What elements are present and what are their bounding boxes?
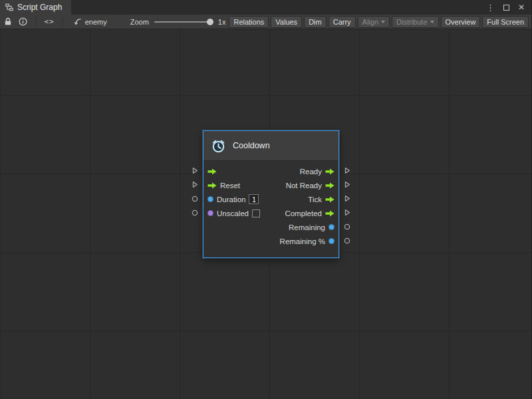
outer-output-ports (343, 164, 351, 247)
remaining-port[interactable] (329, 224, 334, 230)
target-pointer-icon (73, 18, 82, 26)
zoom-slider-handle[interactable] (207, 19, 213, 25)
port-label-not-ready: Not Ready (286, 182, 322, 190)
port-row: Reset Not Ready (207, 178, 334, 192)
zoom-slider[interactable] (154, 18, 213, 26)
outer-unscaled-port[interactable] (191, 205, 199, 219)
tab-label: Script Graph (17, 3, 62, 12)
zoom-slider-track (154, 21, 213, 23)
port-label-remaining: Remaining (289, 223, 325, 231)
align-button: Align (358, 16, 390, 28)
outer-flow-in-port[interactable] (191, 164, 199, 178)
tick-port[interactable] (325, 196, 334, 203)
graph-toolbar: <> enemy Zoom 1x Relations Values Dim Ca… (0, 15, 531, 29)
tab-script-graph[interactable]: Script Graph (0, 0, 71, 15)
target-label: enemy (85, 18, 107, 26)
port-row: Unscaled Completed (207, 206, 334, 220)
carry-button[interactable]: Carry (329, 16, 356, 28)
graph-canvas[interactable]: Cooldown Ready (0, 29, 531, 399)
script-graph-icon (5, 3, 13, 11)
node-header[interactable]: Cooldown (203, 131, 338, 161)
window-titlebar: Script Graph ⋮ ✕ (0, 0, 531, 15)
port-label-duration: Duration (217, 196, 245, 203)
zoom-label: Zoom (130, 18, 149, 26)
window-menu-icon[interactable]: ⋮ (486, 3, 495, 12)
flow-in-port[interactable] (207, 168, 217, 175)
chevron-down-icon (381, 21, 385, 23)
port-row: Remaining % (207, 234, 334, 248)
graph-target[interactable]: enemy (73, 18, 107, 26)
node-body: Ready Reset Not Ready (203, 161, 338, 257)
lock-icon[interactable] (2, 16, 13, 28)
completed-port[interactable] (325, 210, 334, 217)
outer-remaining-port[interactable] (343, 219, 351, 233)
values-button[interactable]: Values (271, 16, 302, 28)
chevron-down-icon (430, 21, 434, 23)
outer-completed-port[interactable] (343, 205, 351, 219)
outer-duration-port[interactable] (191, 192, 199, 205)
port-label-remaining-percent: Remaining % (280, 237, 325, 245)
toolbar-separator (63, 17, 63, 27)
overview-button[interactable]: Overview (441, 16, 481, 28)
close-icon[interactable]: ✕ (518, 3, 525, 11)
unscaled-port[interactable] (207, 210, 213, 216)
port-label-tick: Tick (308, 196, 322, 203)
port-row: Remaining (207, 220, 334, 234)
node-title: Cooldown (233, 141, 270, 150)
duration-input[interactable] (249, 194, 259, 204)
outer-ready-port[interactable] (343, 164, 351, 178)
window-controls: ⋮ ✕ (486, 0, 531, 15)
ready-port[interactable] (325, 168, 334, 175)
port-label-completed: Completed (285, 209, 322, 217)
toolbar-buttons: Relations Values Dim Carry Align Distrib… (229, 16, 529, 28)
code-icon[interactable]: <> (44, 16, 55, 28)
not-ready-port[interactable] (325, 182, 334, 189)
alarm-clock-icon (210, 138, 227, 154)
zoom-group: Zoom 1x (130, 18, 226, 26)
script-graph-window: Script Graph ⋮ ✕ <> (0, 0, 532, 399)
outer-reset-port[interactable] (191, 178, 199, 192)
relations-button[interactable]: Relations (229, 16, 269, 28)
port-row: Duration Tick (207, 192, 334, 206)
outer-empty-slot (191, 233, 199, 247)
outer-not-ready-port[interactable] (343, 178, 351, 192)
distribute-button: Distribute (392, 16, 438, 28)
outer-empty-slot (191, 219, 199, 233)
outer-tick-port[interactable] (343, 192, 351, 205)
reset-port[interactable] (207, 182, 217, 189)
outer-input-ports (191, 164, 199, 247)
duration-port[interactable] (207, 196, 213, 202)
maximize-icon[interactable] (503, 5, 509, 11)
dim-button[interactable]: Dim (304, 16, 327, 28)
info-icon[interactable] (17, 16, 28, 28)
full-screen-button[interactable]: Full Screen (482, 16, 529, 28)
zoom-value: 1x (218, 18, 226, 26)
cooldown-node[interactable]: Cooldown Ready (203, 130, 339, 258)
outer-remaining-percent-port[interactable] (343, 233, 351, 247)
port-row: Ready (207, 164, 334, 178)
unscaled-checkbox[interactable] (252, 209, 260, 217)
port-label-ready: Ready (300, 168, 322, 176)
remaining-percent-port[interactable] (329, 238, 334, 244)
port-label-unscaled: Unscaled (217, 209, 249, 217)
port-label-reset: Reset (220, 182, 240, 190)
toolbar-separator (36, 17, 37, 27)
